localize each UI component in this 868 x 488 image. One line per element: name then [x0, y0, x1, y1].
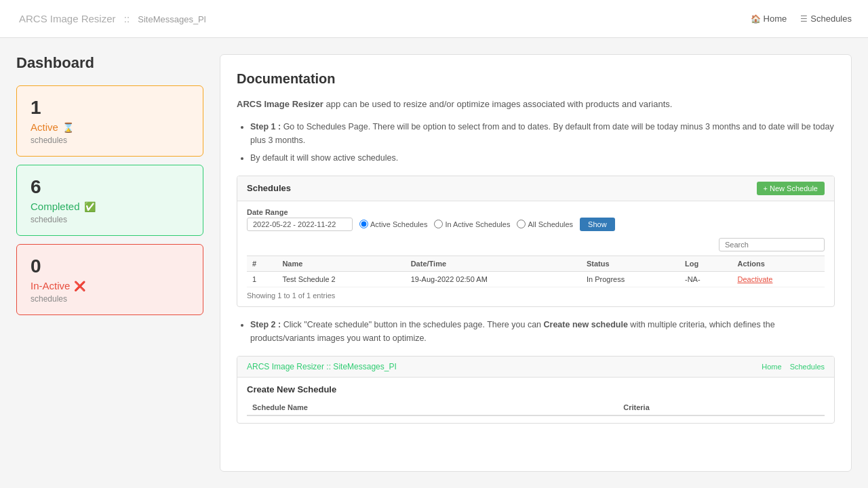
- col-log: Log: [679, 256, 732, 271]
- header-navigation: 🏠 Home ☰ Schedules: [751, 14, 852, 24]
- dashboard-sidebar: Dashboard 1 Active ⌛ schedules 6 Complet…: [16, 54, 220, 472]
- active-label: Active ⌛: [31, 121, 189, 133]
- completed-label-text: Completed: [31, 201, 80, 212]
- doc-app-name: ARCS Image Resizer: [237, 99, 323, 109]
- new-schedule-button[interactable]: + New Schedule: [757, 182, 825, 195]
- create-col-criteria: Criteria: [618, 400, 825, 415]
- create-nav: Home Schedules: [762, 363, 825, 371]
- create-brand-name: ARCS Image Resizer :: SiteMessages_PI: [247, 362, 397, 371]
- table-header-row: # Name Date/Time Status Log Actions: [247, 256, 825, 271]
- radio-all[interactable]: All Schedules: [517, 220, 573, 228]
- create-col-name: Schedule Name: [247, 400, 618, 415]
- cell-status: In Progress: [581, 271, 679, 287]
- inactive-label-text: In-Active: [31, 280, 70, 291]
- filter-row: Active Schedules In Active Schedules All…: [247, 218, 825, 231]
- create-table-header: Schedule Name Criteria: [247, 400, 825, 415]
- radio-inactive[interactable]: In Active Schedules: [434, 220, 510, 228]
- create-schedule-body: Create New Schedule Schedule Name Criter…: [237, 378, 834, 423]
- create-nav-home: Home: [762, 363, 781, 371]
- stat-card-inactive[interactable]: 0 In-Active ❌ schedules: [16, 244, 203, 315]
- col-datetime: Date/Time: [406, 256, 581, 271]
- inactive-sub: schedules: [31, 294, 189, 304]
- search-input[interactable]: [719, 238, 825, 251]
- documentation-panel: Documentation ARCS Image Resizer app can…: [220, 54, 852, 472]
- stat-card-active[interactable]: 1 Active ⌛ schedules: [16, 85, 203, 157]
- brand-separator: ::: [124, 13, 130, 24]
- search-row: [247, 238, 825, 251]
- cell-log: -NA-: [679, 271, 732, 287]
- nav-home-label: Home: [764, 14, 787, 24]
- showing-text: Showing 1 to 1 of 1 entries: [247, 291, 825, 300]
- active-label-text: Active: [31, 121, 58, 133]
- radio-group: Active Schedules In Active Schedules All…: [359, 220, 573, 228]
- cell-num: 1: [247, 271, 277, 287]
- date-range-input[interactable]: [247, 218, 353, 231]
- col-status: Status: [581, 256, 679, 271]
- schedules-icon: ☰: [800, 14, 808, 24]
- screenshot-schedules-title: Schedules: [247, 183, 291, 193]
- home-icon: 🏠: [751, 14, 761, 24]
- doc-step-1-note: By default it will show active schedules…: [250, 151, 835, 165]
- brand-subtitle: SiteMessages_Pl: [138, 14, 205, 24]
- show-button[interactable]: Show: [580, 218, 615, 231]
- completed-sub: schedules: [31, 215, 189, 224]
- inactive-count: 0: [31, 256, 189, 277]
- cell-datetime: 19-Aug-2022 02:50 AM: [406, 271, 581, 287]
- schedules-screenshot: Schedules + New Schedule Date Range Acti…: [237, 176, 835, 307]
- cell-action: Deactivate: [732, 271, 825, 287]
- col-num: #: [247, 256, 277, 271]
- active-count: 1: [31, 97, 189, 119]
- stat-card-completed[interactable]: 6 Completed ✅ schedules: [16, 165, 203, 236]
- create-schedule-title: Create New Schedule: [247, 384, 825, 394]
- doc-step-1: Step 1 : Go to Schedules Page. There wil…: [250, 120, 835, 147]
- completed-count: 6: [31, 176, 189, 198]
- inactive-label: In-Active ❌: [31, 280, 189, 291]
- cell-name: Test Schedule 2: [277, 271, 405, 287]
- create-schedule-table: Schedule Name Criteria: [247, 400, 825, 416]
- completed-label: Completed ✅: [31, 201, 189, 212]
- app-header: ARCS Image Resizer :: SiteMessages_Pl 🏠 …: [0, 0, 868, 38]
- col-actions: Actions: [732, 256, 825, 271]
- nav-home[interactable]: 🏠 Home: [751, 14, 787, 24]
- dashboard-title: Dashboard: [16, 54, 203, 72]
- brand-logo: ARCS Image Resizer :: SiteMessages_Pl: [16, 13, 209, 24]
- check-circle-icon: ✅: [84, 201, 96, 212]
- screenshot-header: Schedules + New Schedule: [237, 176, 834, 201]
- doc-step-2: Step 2 : Click "Create schedule" button …: [250, 318, 835, 345]
- col-name: Name: [277, 256, 405, 271]
- schedules-table: # Name Date/Time Status Log Actions 1 Te…: [247, 256, 825, 287]
- date-range-label: Date Range: [247, 208, 825, 216]
- screenshot-body: Date Range Active Schedules In Active Sc…: [237, 201, 834, 306]
- doc-intro: ARCS Image Resizer app can be used to re…: [237, 98, 835, 112]
- brand-name: ARCS Image Resizer: [19, 13, 116, 24]
- create-brand: ARCS Image Resizer :: SiteMessages_PI: [247, 362, 397, 371]
- create-schedule-screenshot: ARCS Image Resizer :: SiteMessages_PI Ho…: [237, 356, 835, 424]
- create-nav-schedules: Schedules: [790, 363, 825, 371]
- doc-steps-list: Step 1 : Go to Schedules Page. There wil…: [237, 120, 835, 165]
- nav-schedules[interactable]: ☰ Schedules: [800, 14, 852, 24]
- active-sub: schedules: [31, 136, 189, 145]
- x-circle-icon: ❌: [74, 281, 85, 291]
- radio-active[interactable]: Active Schedules: [359, 220, 427, 228]
- doc-step2-list: Step 2 : Click "Create schedule" button …: [237, 318, 835, 345]
- main-content: Dashboard 1 Active ⌛ schedules 6 Complet…: [0, 38, 868, 488]
- doc-title: Documentation: [237, 71, 835, 87]
- table-row: 1 Test Schedule 2 19-Aug-2022 02:50 AM I…: [247, 271, 825, 287]
- nav-schedules-label: Schedules: [810, 14, 852, 24]
- create-schedule-header: ARCS Image Resizer :: SiteMessages_PI Ho…: [237, 357, 834, 378]
- deactivate-link[interactable]: Deactivate: [737, 275, 772, 283]
- hourglass-icon: ⌛: [62, 122, 74, 133]
